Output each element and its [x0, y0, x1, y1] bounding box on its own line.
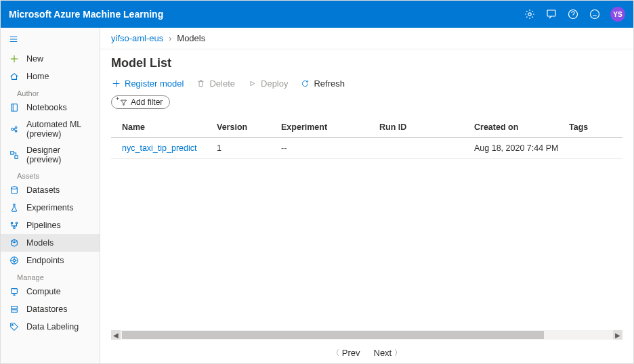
models-table: Name Version Experiment Run ID Created o… [100, 117, 633, 330]
breadcrumb: yifso-aml-eus › Models [100, 28, 633, 49]
sidebar-item-label: Datasets [26, 185, 60, 195]
sidebar-item-label: New [26, 54, 43, 64]
sidebar-item-designer[interactable]: Designer (preview) [1, 142, 100, 168]
feedback-icon[interactable] [545, 8, 557, 20]
svg-rect-1 [547, 10, 555, 16]
pipeline-icon [9, 220, 20, 231]
svg-rect-17 [12, 306, 18, 309]
sidebar-item-new[interactable]: New [1, 50, 100, 68]
svg-rect-9 [15, 156, 18, 158]
sidebar: New Home Author Notebooks Automated ML (… [1, 28, 100, 363]
scrollbar-thumb[interactable] [122, 331, 544, 339]
pagination: 〈Prev Next〉 [100, 342, 633, 363]
prev-label: Prev [342, 348, 360, 358]
datastore-icon [9, 304, 20, 315]
settings-icon[interactable] [524, 8, 536, 20]
toolbar: Register model Delete Deploy Refresh [100, 73, 633, 95]
help-icon[interactable] [567, 8, 579, 20]
sidebar-item-label: Notebooks [26, 103, 67, 112]
scroll-left-arrow[interactable]: ◀ [111, 330, 121, 340]
svg-point-13 [14, 227, 16, 229]
sidebar-item-compute[interactable]: Compute [1, 283, 100, 300]
sidebar-item-datastores[interactable]: Datastores [1, 300, 100, 318]
column-header-experiment[interactable]: Experiment [281, 122, 379, 132]
sidebar-item-label: Datastores [26, 304, 67, 314]
notebook-icon [9, 102, 20, 113]
toolbar-label: Register model [125, 78, 184, 89]
app-header: Microsoft Azure Machine Learning YS [1, 1, 633, 28]
sidebar-item-endpoints[interactable]: Endpoints [1, 252, 100, 269]
sidebar-item-label: Pipelines [26, 221, 61, 230]
table-row[interactable]: nyc_taxi_tip_predict 1 -- Aug 18, 2020 7… [111, 138, 622, 159]
svg-point-5 [12, 128, 14, 131]
endpoint-icon [9, 255, 20, 266]
cell-version: 1 [217, 143, 281, 153]
chevron-left-icon: 〈 [332, 348, 339, 358]
delete-button[interactable]: Delete [196, 78, 235, 89]
column-header-created-on[interactable]: Created on [474, 122, 569, 132]
chevron-right-icon: › [169, 34, 171, 43]
sidebar-item-label: Experiments [26, 203, 73, 212]
column-header-name[interactable]: Name [122, 122, 217, 132]
breadcrumb-current: Models [177, 33, 205, 43]
sidebar-item-label: Models [26, 238, 54, 248]
cell-tags [569, 143, 612, 153]
sidebar-item-automated-ml[interactable]: Automated ML (preview) [1, 116, 100, 142]
column-header-run-id[interactable]: Run ID [379, 122, 474, 132]
svg-point-12 [16, 222, 18, 224]
smiley-icon[interactable] [589, 8, 601, 20]
svg-rect-16 [12, 289, 18, 294]
home-icon [9, 71, 20, 82]
database-icon [9, 185, 20, 196]
sidebar-item-models[interactable]: Models [1, 234, 100, 252]
sidebar-item-notebooks[interactable]: Notebooks [1, 99, 100, 116]
product-title: Microsoft Azure Machine Learning [9, 9, 163, 20]
tag-icon [9, 321, 20, 332]
add-filter-button[interactable]: + Add filter [111, 95, 170, 109]
horizontal-scrollbar[interactable]: ◀ ▶ [111, 330, 622, 340]
trash-icon [196, 79, 205, 89]
breadcrumb-workspace-link[interactable]: yifso-aml-eus [111, 33, 163, 43]
sidebar-item-label: Home [26, 72, 49, 81]
cell-experiment: -- [281, 143, 379, 153]
refresh-button[interactable]: Refresh [300, 78, 345, 89]
next-label: Next [374, 348, 392, 358]
plus-icon [111, 79, 121, 89]
page-title: Model List [100, 49, 633, 73]
column-header-version[interactable]: Version [217, 122, 281, 132]
model-name-link[interactable]: nyc_taxi_tip_predict [122, 143, 196, 153]
sidebar-group-author: Author [1, 85, 100, 99]
scroll-right-arrow[interactable]: ▶ [613, 330, 622, 340]
sidebar-group-manage: Manage [1, 269, 100, 283]
prev-page-button[interactable]: 〈Prev [332, 348, 360, 358]
svg-point-3 [591, 10, 599, 19]
cell-run-id [379, 143, 474, 153]
sidebar-item-experiments[interactable]: Experiments [1, 199, 100, 217]
next-page-button[interactable]: Next〉 [374, 348, 402, 358]
column-header-tags[interactable]: Tags [569, 122, 612, 132]
refresh-icon [300, 79, 310, 89]
svg-point-15 [13, 259, 16, 262]
menu-collapse-icon[interactable] [1, 30, 100, 50]
sidebar-group-assets: Assets [1, 168, 100, 181]
chevron-right-icon: 〉 [394, 348, 402, 358]
sidebar-item-datasets[interactable]: Datasets [1, 181, 100, 199]
table-header-row: Name Version Experiment Run ID Created o… [111, 117, 622, 138]
svg-point-10 [12, 187, 18, 189]
main-split: New Home Author Notebooks Automated ML (… [1, 28, 633, 363]
user-avatar[interactable]: YS [610, 7, 625, 22]
toolbar-label: Refresh [314, 78, 345, 89]
toolbar-label: Delete [209, 78, 235, 89]
toolbar-label: Deploy [261, 78, 288, 89]
sidebar-item-pipelines[interactable]: Pipelines [1, 217, 100, 234]
filter-row: + Add filter [100, 95, 633, 117]
sidebar-item-label: Data Labeling [26, 322, 79, 332]
register-model-button[interactable]: Register model [111, 78, 184, 89]
sidebar-item-data-labeling[interactable]: Data Labeling [1, 318, 100, 336]
plus-icon [9, 53, 20, 64]
cell-created-on: Aug 18, 2020 7:44 PM [474, 143, 569, 153]
svg-point-0 [528, 13, 531, 16]
svg-point-19 [12, 325, 14, 326]
deploy-button[interactable]: Deploy [247, 78, 288, 89]
sidebar-item-home[interactable]: Home [1, 68, 100, 85]
